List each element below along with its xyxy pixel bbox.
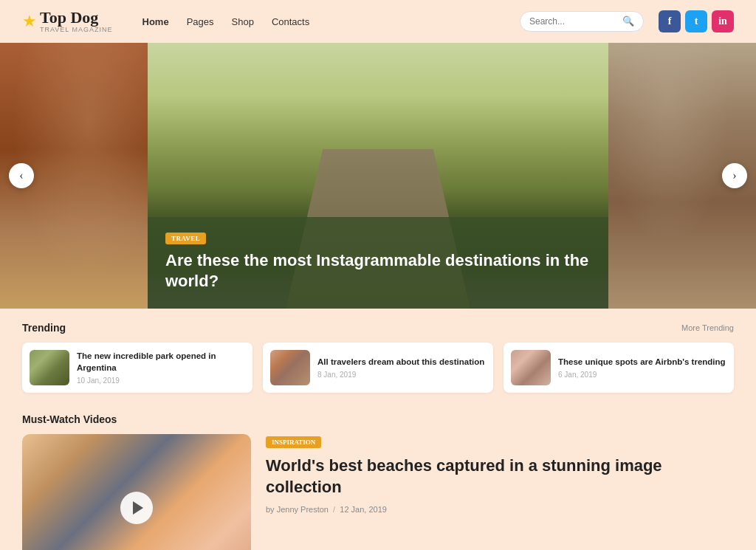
logo-subtext: TRAVEL MAGAZINE: [40, 27, 113, 34]
more-trending-link[interactable]: More Trending: [681, 323, 734, 332]
article-date: 12 Jan, 2019: [340, 505, 387, 514]
search-icon: 🔍: [622, 16, 634, 27]
logo[interactable]: ★ Top Dog TRAVEL MAGAZINE: [22, 9, 113, 34]
trending-card-2[interactable]: All travelers dream about this destinati…: [263, 343, 493, 393]
trending-header: Trending More Trending: [22, 322, 734, 334]
play-icon: [133, 501, 143, 515]
trending-card-content-1: The new incredible park opened in Argent…: [77, 351, 245, 385]
trending-card-1[interactable]: The new incredible park opened in Argent…: [22, 343, 252, 393]
play-button[interactable]: [120, 492, 153, 524]
hero-center-panel: Travel Are these the most Instagrammable…: [148, 43, 608, 309]
trending-card-content-2: All travelers dream about this destinati…: [317, 357, 486, 379]
trending-title: Trending: [22, 322, 66, 334]
video-thumbnail[interactable]: [22, 434, 251, 550]
logo-text: Top Dog: [40, 9, 113, 27]
trending-cards: The new incredible park opened in Argent…: [22, 343, 734, 393]
hero-slider: ‹ Travel Are these the most Instagrammab…: [0, 43, 756, 309]
nav-contacts[interactable]: Contacts: [272, 16, 309, 27]
article-title: World's best beaches captured in a stunn…: [266, 456, 734, 498]
twitter-button[interactable]: t: [685, 10, 707, 32]
slider-prev-button[interactable]: ‹: [9, 163, 34, 188]
article-author: by Jenny Preston: [266, 505, 329, 514]
facebook-button[interactable]: f: [659, 10, 681, 32]
slider-next-button[interactable]: ›: [722, 163, 747, 188]
nav-pages[interactable]: Pages: [187, 16, 214, 27]
trending-card-date-2: 8 Jan, 2019: [317, 371, 486, 379]
trending-card-date-3: 6 Jan, 2019: [558, 371, 726, 379]
trending-card-image-1: [30, 350, 69, 385]
main-nav: Home Pages Shop Contacts: [142, 16, 505, 27]
instagram-button[interactable]: in: [712, 10, 734, 32]
trending-card-title-2: All travelers dream about this destinati…: [317, 357, 486, 368]
hero-tag: Travel: [165, 233, 206, 244]
must-watch-section: Must-Watch Videos Inspiration World's be…: [0, 403, 756, 550]
must-watch-content: Inspiration World's best beaches capture…: [22, 434, 734, 550]
trending-card-title-3: These unique spots are Airbnb's trending: [558, 357, 726, 368]
article-meta: by Jenny Preston / 12 Jan, 2019: [266, 505, 734, 514]
social-buttons: f t in: [659, 10, 734, 32]
trending-card-image-2: [270, 350, 310, 385]
logo-star-icon: ★: [22, 12, 37, 31]
hero-overlay: Travel Are these the most Instagrammable…: [148, 217, 608, 309]
featured-article: Inspiration World's best beaches capture…: [266, 434, 734, 550]
trending-card-title-1: The new incredible park opened in Argent…: [77, 351, 245, 374]
trending-card-image-3: [511, 350, 551, 385]
search-input[interactable]: [529, 16, 618, 27]
hero-title: Are these the most Instagrammable destin…: [165, 250, 591, 292]
article-tag: Inspiration: [266, 436, 321, 448]
nav-home[interactable]: Home: [142, 16, 169, 27]
trending-card-date-1: 10 Jan, 2019: [77, 377, 245, 385]
must-watch-title: Must-Watch Videos: [22, 413, 734, 425]
trending-section: Trending More Trending The new incredibl…: [0, 309, 756, 403]
header: ★ Top Dog TRAVEL MAGAZINE Home Pages Sho…: [0, 0, 756, 43]
trending-card-3[interactable]: These unique spots are Airbnb's trending…: [504, 343, 734, 393]
trending-card-content-3: These unique spots are Airbnb's trending…: [558, 357, 726, 379]
search-bar[interactable]: 🔍: [520, 11, 644, 32]
nav-shop[interactable]: Shop: [232, 16, 254, 27]
